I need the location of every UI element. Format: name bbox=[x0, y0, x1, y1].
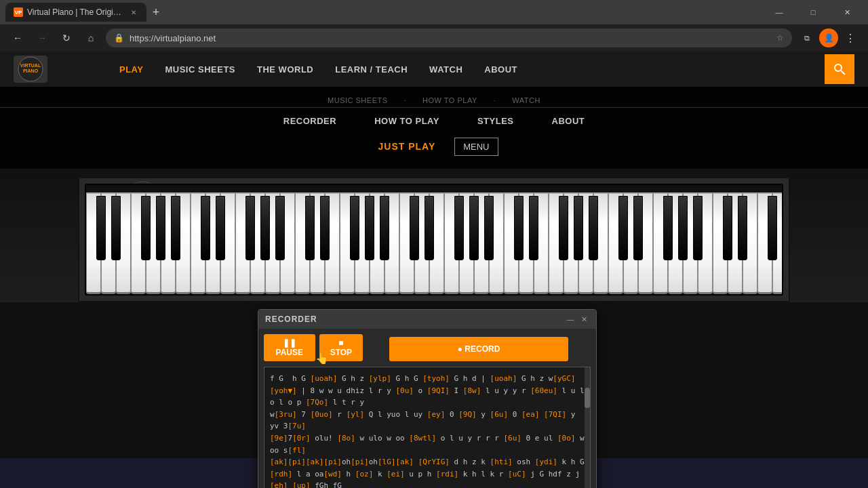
black-key[interactable] bbox=[559, 196, 568, 260]
maximize-button[interactable]: □ bbox=[797, 3, 829, 22]
bracket-span: [8o] bbox=[337, 434, 355, 443]
bracket-span: [uC] bbox=[508, 470, 526, 479]
site-header: VIRTUAL PIANO PLAY MUSIC SHEETS THE WORL… bbox=[0, 52, 868, 87]
black-key[interactable] bbox=[380, 196, 389, 260]
black-key[interactable] bbox=[589, 196, 598, 260]
lower-content: RECORDER — ✕ ❚❚ PAUSE ■ STOP ● RECORD f … bbox=[0, 302, 868, 458]
black-key[interactable] bbox=[469, 196, 479, 260]
forward-button[interactable]: → bbox=[33, 28, 52, 47]
nav-music-sheets[interactable]: MUSIC SHEETS bbox=[154, 52, 246, 87]
pause-button[interactable]: ❚❚ PAUSE bbox=[264, 334, 315, 361]
black-key[interactable] bbox=[618, 196, 628, 260]
black-key[interactable] bbox=[768, 196, 777, 260]
black-key[interactable] bbox=[410, 196, 419, 260]
recorder-minimize-button[interactable]: — bbox=[565, 314, 576, 325]
black-key[interactable] bbox=[365, 196, 374, 260]
bracket-span: [hti] bbox=[490, 458, 513, 466]
browser-chrome: VP Virtual Piano | The Original ✕ + — □ … bbox=[0, 0, 868, 52]
recorder-scrollbar-thumb[interactable] bbox=[585, 388, 590, 408]
nav-watch[interactable]: WATCH bbox=[418, 52, 473, 87]
menu-button[interactable]: ⋮ bbox=[841, 28, 860, 47]
black-key[interactable] bbox=[305, 196, 315, 260]
new-tab-button[interactable]: + bbox=[146, 3, 165, 22]
dropdown-recorder[interactable]: RECORDER bbox=[278, 113, 342, 129]
black-key[interactable] bbox=[171, 196, 180, 260]
nav-learn-teach[interactable]: LEARN / TEACH bbox=[324, 52, 418, 87]
site-navigation: PLAY MUSIC SHEETS THE WORLD LEARN / TEAC… bbox=[108, 52, 811, 87]
active-tab[interactable]: VP Virtual Piano | The Original ✕ bbox=[5, 3, 146, 22]
dropdown-how-to-play[interactable]: HOW TO PLAY bbox=[369, 113, 445, 129]
tab-close-button[interactable]: ✕ bbox=[129, 7, 138, 17]
black-key[interactable] bbox=[201, 196, 210, 260]
black-key[interactable] bbox=[678, 196, 688, 260]
address-box[interactable]: 🔒 https://virtualpiano.net ☆ bbox=[106, 28, 792, 47]
bracket-span: [7u] bbox=[288, 422, 307, 430]
black-key[interactable] bbox=[275, 196, 285, 260]
address-icons: ☆ bbox=[776, 33, 784, 43]
black-key[interactable] bbox=[529, 196, 538, 260]
bracket-span: [9Q] bbox=[458, 410, 477, 419]
browser-addressbar: ← → ↻ ⌂ 🔒 https://virtualpiano.net ☆ ⧉ 👤… bbox=[0, 24, 868, 52]
star-icon[interactable]: ☆ bbox=[776, 33, 784, 43]
dropdown-just-play[interactable]: JUST PLAY bbox=[370, 137, 443, 156]
black-key[interactable] bbox=[260, 196, 270, 260]
site-logo[interactable]: VIRTUAL PIANO bbox=[14, 56, 95, 83]
recorder-text-content: f G h G [uoah] G h z [ylp] G h G [tyoh] … bbox=[270, 373, 585, 488]
black-key[interactable] bbox=[633, 196, 643, 260]
black-key[interactable] bbox=[350, 196, 359, 260]
reload-button[interactable]: ↻ bbox=[57, 28, 76, 47]
record-button[interactable]: ● RECORD bbox=[389, 337, 568, 361]
black-key[interactable] bbox=[484, 196, 494, 260]
bracket-span: [0r] bbox=[292, 434, 311, 443]
bracket-span: [ea] bbox=[521, 410, 540, 419]
bracket-span: [8wtl] bbox=[409, 434, 436, 443]
bracket-span: [0uo] bbox=[311, 410, 333, 419]
close-button[interactable]: ✕ bbox=[831, 3, 863, 22]
black-key[interactable] bbox=[111, 196, 121, 260]
home-button[interactable]: ⌂ bbox=[81, 28, 100, 47]
nav-the-world[interactable]: THE WORLD bbox=[246, 52, 324, 87]
black-key[interactable] bbox=[156, 196, 165, 260]
bracket-span: [ey] bbox=[427, 410, 446, 419]
profile-icon[interactable]: 👤 bbox=[819, 28, 838, 47]
piano-keys-area bbox=[85, 184, 783, 296]
lock-icon: 🔒 bbox=[114, 33, 124, 43]
bracket-span: [ylp] bbox=[369, 374, 391, 383]
dropdown-menu-btn[interactable]: MENU bbox=[454, 138, 498, 156]
website-content: VIRTUAL PIANO PLAY MUSIC SHEETS THE WORL… bbox=[0, 52, 868, 458]
bracket-span: [QrYIG] bbox=[418, 458, 450, 466]
black-key[interactable] bbox=[96, 196, 106, 260]
black-key[interactable] bbox=[723, 196, 732, 260]
nav-about[interactable]: ABOUT bbox=[473, 52, 528, 87]
bracket-span: [pi] bbox=[324, 458, 342, 466]
minimize-button[interactable]: — bbox=[764, 3, 795, 22]
black-key[interactable] bbox=[693, 196, 703, 260]
dropdown-styles[interactable]: STYLES bbox=[472, 113, 519, 129]
recorder-scrollbar[interactable] bbox=[585, 367, 590, 488]
bracket-span: [6u] bbox=[490, 410, 509, 419]
black-key[interactable] bbox=[425, 196, 434, 260]
recorder-close-button[interactable]: ✕ bbox=[578, 314, 589, 325]
black-keys-row bbox=[86, 190, 782, 255]
site-search-button[interactable] bbox=[825, 54, 854, 84]
black-key[interactable] bbox=[141, 196, 151, 260]
dropdown-about[interactable]: ABOUT bbox=[547, 113, 591, 129]
extensions-button[interactable]: ⧉ bbox=[797, 28, 816, 47]
bracket-span: [7Qo] bbox=[306, 398, 328, 407]
nav-play[interactable]: PLAY bbox=[108, 52, 154, 87]
bracket-span: [yl] bbox=[347, 410, 365, 419]
black-key[interactable] bbox=[454, 196, 464, 260]
black-key[interactable] bbox=[216, 196, 225, 260]
recorder-text-area[interactable]: f G h G [uoah] G h z [ylp] G h G [tyoh] … bbox=[264, 367, 591, 488]
tab-bar: VP Virtual Piano | The Original ✕ + bbox=[5, 0, 761, 24]
back-button[interactable]: ← bbox=[8, 28, 27, 47]
black-key[interactable] bbox=[245, 196, 255, 260]
black-key[interactable] bbox=[514, 196, 524, 260]
black-key[interactable] bbox=[320, 196, 330, 260]
tab-title: Virtual Piano | The Original bbox=[27, 7, 122, 17]
profile-area: ⧉ 👤 ⋮ bbox=[797, 28, 860, 47]
black-key[interactable] bbox=[663, 196, 673, 260]
black-key[interactable] bbox=[738, 196, 747, 260]
black-key[interactable] bbox=[783, 196, 783, 260]
black-key[interactable] bbox=[574, 196, 583, 260]
